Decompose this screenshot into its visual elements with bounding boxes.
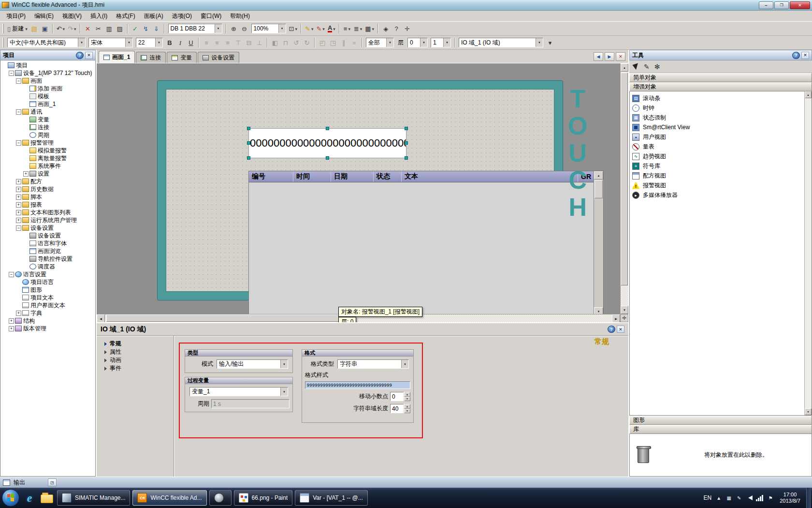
string-length-spinner[interactable]: 40 xyxy=(390,404,410,413)
menu-item[interactable]: 窗口(W) xyxy=(196,11,226,22)
library-drop-area[interactable]: 将对象放置在此以删除。 xyxy=(629,434,812,477)
spin-down-icon[interactable] xyxy=(404,409,410,414)
internet-explorer-icon[interactable] xyxy=(22,490,37,506)
tool-item[interactable]: 用户视图 xyxy=(632,132,812,142)
tree-expander-icon[interactable]: − xyxy=(9,272,14,277)
prop-nav-item[interactable]: 属性 xyxy=(97,348,174,356)
tree-item[interactable]: +报表 xyxy=(0,201,95,209)
tree-item[interactable]: 用户界面文本 xyxy=(0,301,95,309)
menu-item[interactable]: 选项(O) xyxy=(168,11,196,22)
prop-nav-item[interactable]: 事件 xyxy=(97,364,174,373)
align-right-button[interactable]: ≡ xyxy=(222,37,233,48)
align-bottom-button[interactable]: ⊥ xyxy=(254,37,265,48)
tree-item[interactable]: −通讯 xyxy=(0,108,95,116)
selection-handle[interactable] xyxy=(405,141,408,145)
scroll-thumb[interactable] xyxy=(106,314,348,322)
redo-button-dropdown[interactable] xyxy=(74,25,76,32)
underline-button[interactable]: U xyxy=(186,37,196,48)
taskbar-button[interactable] xyxy=(209,490,232,506)
start-button[interactable] xyxy=(2,489,19,507)
tree-item[interactable]: +脚本 xyxy=(0,193,95,201)
line-width-button[interactable]: ≣ xyxy=(352,23,363,34)
rotate-right-button[interactable]: ↻ xyxy=(302,37,312,48)
layer-combo[interactable]: 0 xyxy=(407,38,428,47)
close-button[interactable] xyxy=(790,1,810,9)
tree-item[interactable]: −设备设置 xyxy=(0,224,95,232)
tree-expander-icon[interactable]: + xyxy=(16,202,21,208)
process-tag-combo[interactable]: 变量_1 xyxy=(189,387,288,396)
tree-item[interactable]: 添加 画面 xyxy=(0,85,95,92)
trash-icon[interactable] xyxy=(638,448,649,463)
undo-button-dropdown[interactable] xyxy=(63,25,65,32)
scroll-up-icon[interactable] xyxy=(594,171,603,179)
same-width-button[interactable]: ∥ xyxy=(338,37,349,48)
tree-expander-icon[interactable]: + xyxy=(16,218,21,223)
border-style-button[interactable]: ▦ xyxy=(363,23,376,34)
scroll-down-icon[interactable] xyxy=(621,306,628,314)
alarm-view-object[interactable]: 编号时间日期状态文本GR xyxy=(248,171,604,316)
tool-item[interactable]: 多媒体播放器 xyxy=(632,190,812,200)
tree-expander-icon[interactable]: − xyxy=(16,140,21,146)
decimal-shift-value[interactable]: 0 xyxy=(390,392,404,401)
explorer-folder-icon[interactable] xyxy=(40,490,54,506)
tab-devset[interactable]: 设备设置 xyxy=(198,52,239,63)
layer-filter-combo[interactable]: 全部 xyxy=(366,38,394,47)
tree-item[interactable]: 设备设置 xyxy=(0,232,95,239)
tree-item[interactable]: 项目文本 xyxy=(0,294,95,301)
save-button[interactable]: ▣ xyxy=(40,23,50,34)
output-bar[interactable]: 输出 xyxy=(0,477,812,488)
tool-item[interactable]: 趋势视图 xyxy=(632,151,812,161)
tool-item[interactable]: 滚动条 xyxy=(632,93,812,103)
tree-item[interactable]: −报警管理 xyxy=(0,139,95,147)
alarm-view-scrollbar[interactable] xyxy=(594,171,603,315)
tab-tags[interactable]: 变量 xyxy=(167,52,197,63)
tree-item[interactable]: +历史数据 xyxy=(0,185,95,193)
address-combo[interactable]: DB 1 DBB 22 xyxy=(168,24,222,33)
screen-design-surface[interactable]: 0000000000000000000000000000 编号时间日期状态文本G xyxy=(166,89,554,292)
generate-button[interactable]: ↯ xyxy=(141,23,151,34)
minimize-button[interactable] xyxy=(759,1,773,9)
menu-item[interactable]: 格式(F) xyxy=(112,11,139,22)
tree-item[interactable]: 语言和字体 xyxy=(0,239,95,247)
redo-button[interactable]: ↷ xyxy=(66,23,77,34)
copy-button[interactable]: ▥ xyxy=(104,23,115,34)
cut-button[interactable]: ✂ xyxy=(93,23,104,34)
border-style-button-dropdown[interactable] xyxy=(372,25,375,32)
tree-expander-icon[interactable]: + xyxy=(16,210,21,215)
spin-down-icon[interactable] xyxy=(404,397,410,402)
tree-item[interactable]: +版本管理 xyxy=(0,325,95,332)
tree-item[interactable]: 导航控件设置 xyxy=(0,255,95,263)
font-combo-arrow[interactable] xyxy=(125,38,132,47)
tab-screen[interactable]: 画面_1 xyxy=(99,51,135,63)
font-size-combo[interactable]: 22 xyxy=(136,38,163,47)
check-consistency-button[interactable]: ✓ xyxy=(130,23,141,34)
tree-item[interactable]: −画面 xyxy=(0,77,95,85)
scroll-thumb[interactable] xyxy=(594,180,603,198)
layer-combo-arrow[interactable] xyxy=(420,38,427,47)
prop-nav-item[interactable]: 常规 xyxy=(97,340,174,348)
scroll-thumb[interactable] xyxy=(621,73,628,285)
menu-item[interactable]: 帮助(H) xyxy=(226,11,254,22)
screen-canvas[interactable]: 0000000000000000000000000000 编号时间日期状态文本G xyxy=(97,63,628,322)
line-width-button-dropdown[interactable] xyxy=(360,25,362,32)
string-length-value[interactable]: 40 xyxy=(390,404,404,413)
tab-back-button[interactable] xyxy=(594,52,603,61)
tree-item[interactable]: 连接 xyxy=(0,123,95,131)
project-help-icon[interactable] xyxy=(76,52,84,59)
scroll-up-icon[interactable] xyxy=(805,91,812,98)
enhanced-objects-section[interactable]: 增强对象 xyxy=(629,82,812,91)
flip-horizontal-button[interactable]: ◧ xyxy=(270,37,280,48)
dock-icon[interactable] xyxy=(48,478,57,486)
tree-item[interactable]: 调度器 xyxy=(0,263,95,270)
tool-item[interactable]: 配方视图 xyxy=(632,171,812,180)
menu-item[interactable]: 编辑(E) xyxy=(30,11,58,22)
zoom-fit-button[interactable]: ⊡ xyxy=(288,23,299,34)
tree-item[interactable]: 项目 xyxy=(0,61,95,69)
line-style-button[interactable]: ≡ xyxy=(342,23,352,34)
scroll-left-icon[interactable] xyxy=(97,314,105,322)
volume-icon[interactable] xyxy=(746,495,753,500)
format-type-combo-arrow[interactable] xyxy=(401,360,408,368)
selection-handle[interactable] xyxy=(247,156,250,160)
language-combo[interactable]: 中文(中华人民共和国) xyxy=(7,38,86,47)
selection-handle[interactable] xyxy=(405,156,408,160)
